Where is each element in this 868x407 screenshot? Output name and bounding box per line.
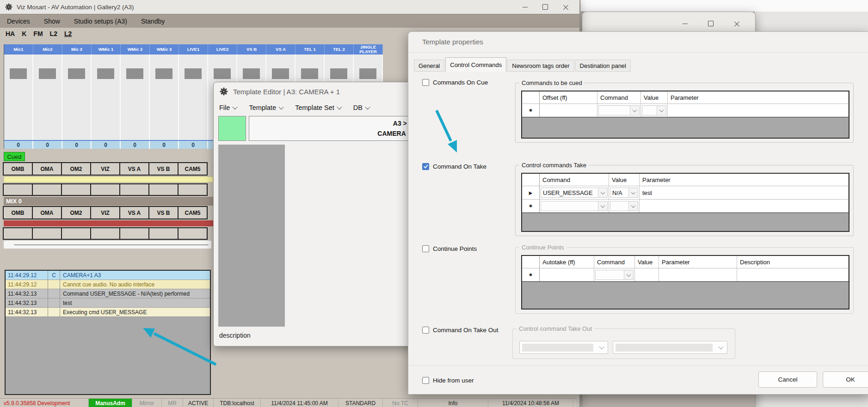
value-cell[interactable] [641, 104, 668, 117]
fader-handle[interactable] [301, 68, 318, 79]
command-combobox[interactable] [541, 201, 608, 211]
value-combobox[interactable] [642, 105, 666, 115]
bus-cell[interactable] [178, 183, 208, 196]
bus-button-vsa[interactable]: VS A [119, 206, 149, 219]
minimize-button[interactable] [515, 0, 535, 14]
bus-cell[interactable] [32, 227, 62, 240]
dropdown-button[interactable] [657, 106, 666, 115]
bus-cell[interactable] [178, 227, 208, 240]
commands-on-cue-checkbox[interactable]: Commands On Cue [422, 79, 488, 86]
template-preview-panel[interactable] [218, 145, 285, 327]
cancel-button[interactable]: Cancel [758, 371, 817, 388]
dropdown-button[interactable] [598, 201, 607, 211]
bus-cell[interactable] [61, 227, 91, 240]
take-out-command-dropdown[interactable] [519, 341, 608, 354]
channel-strip[interactable] [121, 55, 150, 140]
bus-button-viz[interactable]: VIZ [90, 162, 120, 176]
bus-button-omb[interactable]: OMB [3, 162, 33, 176]
command-on-take-out-checkbox[interactable]: Command On Take Out [422, 327, 499, 334]
command-combobox[interactable] [595, 270, 634, 280]
fader-handle[interactable] [68, 68, 85, 79]
dropdown-button[interactable] [715, 346, 727, 349]
fader-handle[interactable] [243, 68, 260, 79]
tab-general[interactable]: General [414, 60, 444, 72]
offset-cell[interactable] [540, 104, 597, 117]
tab-destination-panel[interactable]: Destination panel [575, 60, 631, 72]
quick-item-l2b-active[interactable]: L2 [64, 30, 72, 37]
menu-template[interactable]: Template [249, 104, 283, 111]
bus-button-om2[interactable]: OM2 [61, 162, 91, 176]
continue-points-checkbox[interactable]: Continue Points [422, 245, 477, 252]
channel-strip[interactable] [150, 55, 179, 140]
menu-file[interactable]: File [219, 104, 237, 111]
quick-item-ha[interactable]: HA [6, 30, 15, 37]
value-cell[interactable] [609, 200, 640, 213]
grid-new-row[interactable]: ✱ [522, 268, 849, 281]
maximize-button[interactable] [535, 0, 555, 14]
quick-item-k[interactable]: K [22, 30, 26, 37]
bus-cell[interactable] [61, 183, 91, 196]
value-combobox[interactable]: N/A [610, 188, 638, 198]
dropdown-button[interactable] [628, 201, 638, 211]
bus-button-viz[interactable]: VIZ [90, 206, 120, 219]
autotake-cell[interactable] [540, 268, 594, 281]
menu-template-set[interactable]: Template Set [295, 104, 341, 111]
fader-handle[interactable] [155, 68, 172, 79]
command-combobox[interactable]: USER_MESSAGE [541, 188, 608, 198]
quick-item-l2a[interactable]: L2 [50, 30, 57, 37]
fader-handle[interactable] [126, 68, 143, 79]
channel-strip[interactable] [33, 55, 62, 140]
parameter-cell[interactable] [659, 268, 737, 281]
bus-cell[interactable] [32, 183, 62, 196]
fader-handle[interactable] [185, 68, 202, 79]
menu-studio-setups[interactable]: Studio setups (A3) [67, 18, 134, 25]
parameter-cell[interactable] [640, 200, 849, 213]
tab-control-commands[interactable]: Control Commands [445, 57, 506, 72]
bus-button-omb[interactable]: OMB [3, 206, 33, 219]
bus-button-vsb[interactable]: VS B [148, 206, 179, 219]
bus-button-vsb[interactable]: VS B [148, 162, 179, 176]
bus-cell[interactable] [148, 183, 179, 196]
bus-button-cam5[interactable]: CAM5 [178, 162, 208, 176]
template-color-swatch[interactable] [218, 116, 246, 141]
parameter-cell[interactable] [668, 104, 849, 117]
value-combobox[interactable] [610, 201, 638, 211]
bus-cell[interactable] [119, 227, 149, 240]
bus-cell[interactable] [90, 183, 120, 196]
bus-button-cam5[interactable]: CAM5 [178, 206, 208, 219]
bus-button-oma[interactable]: OMA [32, 162, 62, 176]
menu-db[interactable]: DB [353, 104, 369, 111]
fader-handle[interactable] [214, 68, 231, 79]
parameter-cell[interactable]: test [640, 186, 849, 199]
value-cell[interactable]: N/A [609, 186, 640, 199]
ok-button[interactable]: OK [823, 371, 868, 388]
command-combobox[interactable] [598, 105, 640, 115]
grid-new-row[interactable]: ✱ [522, 103, 849, 117]
horizontal-slider[interactable] [4, 241, 211, 249]
quick-item-fm[interactable]: FM [33, 30, 43, 37]
channel-strip[interactable] [4, 55, 33, 140]
channel-strip[interactable] [62, 55, 92, 140]
hide-from-user-checkbox[interactable]: Hide from user [422, 377, 474, 384]
dropdown-button[interactable] [630, 106, 639, 115]
dropdown-button[interactable] [624, 270, 633, 279]
fader-handle[interactable] [39, 68, 56, 79]
channel-strip[interactable] [179, 55, 208, 140]
channel-strip[interactable] [92, 55, 121, 140]
tab-newsroom-tags-order[interactable]: Newsroom tags order [507, 60, 574, 72]
description-cell[interactable] [737, 268, 849, 281]
bus-button-oma[interactable]: OMA [32, 206, 62, 219]
bus-cell[interactable] [90, 227, 120, 240]
log-row[interactable]: 11:44:32.13 test [6, 298, 210, 308]
grid-new-row[interactable]: ✱ [522, 199, 849, 213]
bus-button-om2[interactable]: OM2 [61, 206, 91, 219]
bus-cell[interactable] [119, 183, 149, 196]
log-row[interactable]: 11:44:29.12 Cannot cue audio. No audio i… [6, 280, 210, 289]
dropdown-button[interactable] [628, 188, 638, 197]
dropdown-button[interactable] [596, 346, 608, 349]
fader-handle[interactable] [10, 68, 27, 79]
command-cell[interactable]: USER_MESSAGE [540, 186, 609, 199]
take-out-value-dropdown[interactable] [613, 341, 727, 354]
log-row[interactable]: 11:44:29.12 C CAMERA+1 A3 [6, 271, 210, 280]
command-cell[interactable] [597, 104, 641, 117]
